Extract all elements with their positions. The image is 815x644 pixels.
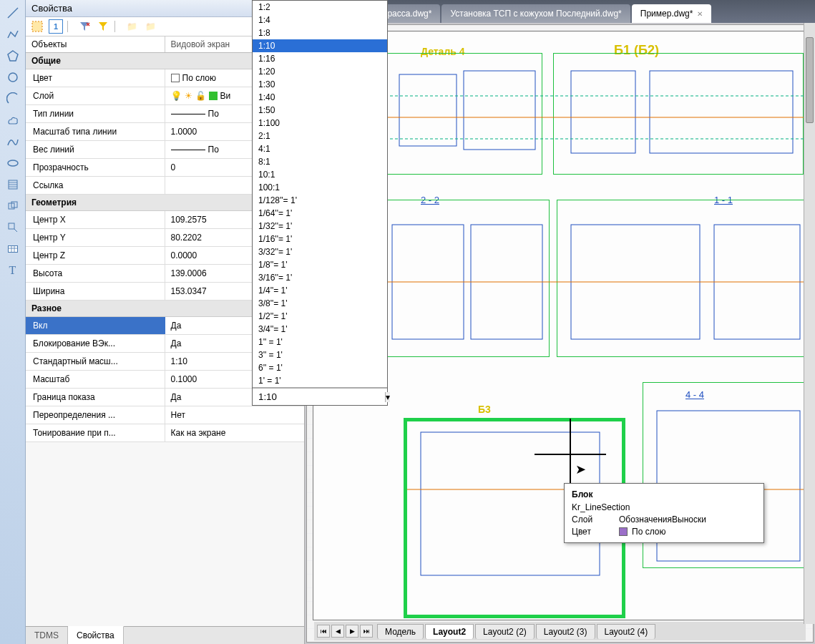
filter-clear-icon[interactable] bbox=[77, 19, 92, 34]
scale-option[interactable]: 1:16 bbox=[253, 52, 387, 65]
scale-input[interactable] bbox=[253, 389, 385, 405]
tool-circle-icon[interactable] bbox=[3, 67, 23, 87]
tool-hatch-icon[interactable] bbox=[3, 175, 23, 195]
scale-option[interactable]: 10:1 bbox=[253, 168, 387, 181]
tool-table-icon[interactable] bbox=[3, 239, 23, 259]
layout-prev-icon[interactable]: ◀ bbox=[331, 625, 344, 638]
svg-marker-0 bbox=[8, 51, 18, 61]
vertical-scrollbar[interactable] bbox=[804, 23, 815, 624]
select-one-icon[interactable]: 1 bbox=[49, 19, 63, 34]
crosshair-cursor-icon bbox=[563, 447, 577, 462]
tool-line-icon[interactable] bbox=[3, 3, 23, 23]
scale-option[interactable]: 3/16''= 1' bbox=[253, 271, 387, 284]
panel-title-text: Свойства bbox=[31, 3, 72, 14]
layout-tabs: ⏮ ◀ ▶ ⏭ МодельLayout2Layout2 (2)Layout2 … bbox=[314, 622, 806, 640]
scale-option[interactable]: 1:8 bbox=[253, 26, 387, 39]
scale-option[interactable]: 1/2''= 1' bbox=[253, 310, 387, 323]
tooltip-name: Kr_LineSection bbox=[572, 502, 756, 512]
select-all-icon[interactable] bbox=[30, 19, 44, 34]
layout-first-icon[interactable]: ⏮ bbox=[317, 625, 330, 638]
tab-properties[interactable]: Свойства bbox=[68, 626, 124, 644]
scale-option[interactable]: 1:40 bbox=[253, 91, 387, 104]
tab-tdms[interactable]: TDMS bbox=[26, 627, 68, 644]
scale-option[interactable]: 1:2 bbox=[253, 1, 387, 14]
tooltip-layer-key: Слой bbox=[572, 514, 615, 525]
scale-option[interactable]: 100:1 bbox=[253, 181, 387, 194]
scale-option[interactable]: 3/4''= 1' bbox=[253, 323, 387, 336]
scale-option[interactable]: 1/4''= 1' bbox=[253, 284, 387, 297]
tooltip-color-icon bbox=[619, 527, 628, 536]
svg-rect-6 bbox=[9, 223, 14, 229]
svg-point-2 bbox=[8, 160, 18, 166]
bylayer-swatch-icon bbox=[171, 74, 180, 82]
scale-option[interactable]: 1/64''= 1' bbox=[253, 207, 387, 220]
scale-input-row: ▾ bbox=[253, 388, 387, 405]
doc-tab[interactable]: Пример.dwg*✕ bbox=[632, 4, 712, 23]
tool-arc-icon[interactable] bbox=[3, 89, 23, 109]
properties-panel: Свойства 📌 ✕ 1 📁 📁 Объекты Видовой экран… bbox=[26, 0, 305, 644]
panel-bottom-tabs: TDMS Свойства bbox=[26, 626, 304, 644]
layout-tab[interactable]: Layout2 bbox=[425, 624, 474, 639]
scale-option[interactable]: 4:1 bbox=[253, 142, 387, 155]
scale-list[interactable]: 1:21:41:81:101:161:201:301:401:501:1002:… bbox=[253, 1, 387, 388]
tool-text-icon[interactable]: T bbox=[3, 260, 23, 280]
layout-tab[interactable]: Layout2 (3) bbox=[536, 624, 595, 639]
prop-shade[interactable]: Тонирование при п...Как на экране bbox=[26, 424, 304, 442]
svg-rect-9 bbox=[32, 21, 42, 31]
svg-rect-8 bbox=[9, 246, 17, 252]
label-b3: Б3 bbox=[478, 404, 491, 415]
scale-option[interactable]: 3'' = 1' bbox=[253, 348, 387, 361]
scale-option[interactable]: 1:50 bbox=[253, 104, 387, 117]
layout-tab[interactable]: Layout2 (2) bbox=[475, 624, 535, 639]
layout-next-icon[interactable]: ▶ bbox=[346, 625, 358, 638]
filter-icon[interactable] bbox=[96, 19, 110, 34]
scale-option[interactable]: 1:30 bbox=[253, 78, 387, 91]
tool-polyline-icon[interactable] bbox=[3, 24, 23, 44]
layout-last-icon[interactable]: ⏭ bbox=[360, 625, 373, 638]
entity-tooltip: Блок Kr_LineSection СлойОбозначенияВынос… bbox=[564, 483, 764, 543]
folder2-icon[interactable]: 📁 bbox=[143, 19, 157, 34]
tool-ellipse-icon[interactable] bbox=[3, 153, 23, 173]
layer-color-icon bbox=[209, 92, 218, 100]
scale-option[interactable]: 2:1 bbox=[253, 130, 387, 142]
scale-option[interactable]: 3/32''= 1' bbox=[253, 245, 387, 258]
lock-open-icon: 🔓 bbox=[195, 91, 206, 101]
scale-option[interactable]: 8:1 bbox=[253, 155, 387, 168]
sun-icon: ☀ bbox=[185, 91, 192, 101]
scale-option[interactable]: 1:20 bbox=[253, 65, 387, 78]
vscroll-thumb[interactable] bbox=[806, 37, 814, 123]
tooltip-color-key: Цвет bbox=[572, 527, 615, 537]
scale-option[interactable]: 6'' = 1' bbox=[253, 361, 387, 374]
bulb-icon: 💡 bbox=[171, 91, 182, 101]
prop-override[interactable]: Переопределения ...Нет bbox=[26, 406, 304, 424]
scale-option[interactable]: 1:100 bbox=[253, 117, 387, 130]
scale-option[interactable]: 1/32''= 1' bbox=[253, 220, 387, 233]
scale-option[interactable]: 1' = 1' bbox=[253, 374, 387, 387]
tool-block-icon[interactable] bbox=[3, 218, 23, 238]
objects-label: Объекты bbox=[26, 36, 165, 52]
lweight-sample-icon bbox=[171, 150, 205, 150]
linetype-sample-icon bbox=[171, 114, 205, 114]
scale-dropdown-arrow-icon[interactable]: ▾ bbox=[385, 392, 390, 402]
folder1-icon[interactable]: 📁 bbox=[125, 19, 139, 34]
tool-cloud-icon[interactable] bbox=[3, 110, 23, 130]
left-toolbar: T bbox=[0, 0, 26, 644]
close-tab-icon[interactable]: ✕ bbox=[697, 10, 703, 18]
scale-option[interactable]: 1:4 bbox=[253, 14, 387, 26]
scale-option[interactable]: 1/128''= 1' bbox=[253, 194, 387, 207]
svg-point-1 bbox=[9, 73, 17, 82]
scale-option[interactable]: 1/16''= 1' bbox=[253, 233, 387, 245]
cursor-arrow-icon: ➤ bbox=[575, 462, 586, 477]
tooltip-color-val: По слою bbox=[632, 527, 665, 537]
scale-option[interactable]: 1/8''= 1' bbox=[253, 258, 387, 271]
tool-spline-icon[interactable] bbox=[3, 132, 23, 152]
scale-option[interactable]: 1:10 bbox=[253, 39, 387, 52]
layout-tab[interactable]: Модель bbox=[377, 624, 424, 639]
tool-polygon-icon[interactable] bbox=[3, 46, 23, 66]
tool-region-icon[interactable] bbox=[3, 196, 23, 216]
doc-tab[interactable]: Установка ТСП с кожухом Последний.dwg* bbox=[441, 4, 630, 23]
scale-option[interactable]: 1'' = 1' bbox=[253, 336, 387, 348]
layout-tab[interactable]: Layout2 (4) bbox=[597, 624, 656, 639]
scale-dropdown[interactable]: 1:21:41:81:101:161:201:301:401:501:1002:… bbox=[252, 0, 388, 406]
scale-option[interactable]: 3/8''= 1' bbox=[253, 297, 387, 310]
